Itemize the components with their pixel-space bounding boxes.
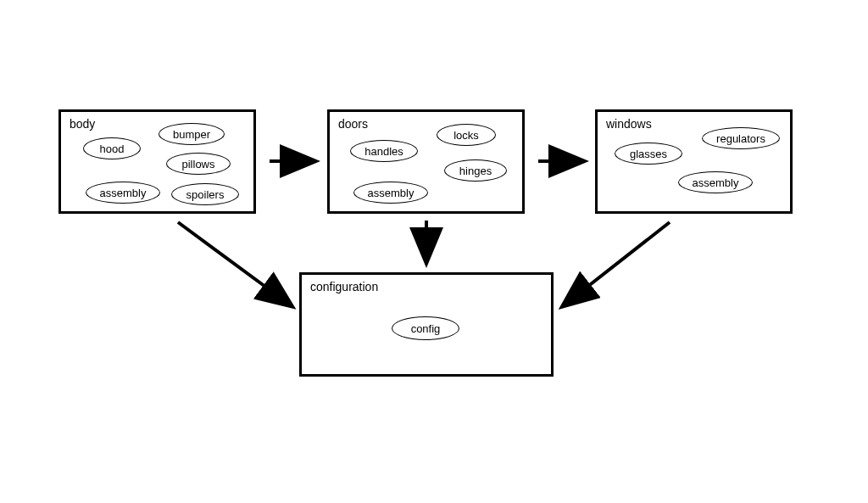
node-body-spoilers: spoilers — [171, 183, 239, 205]
box-windows-title: windows — [606, 117, 652, 131]
inner-connectors — [0, 0, 868, 503]
node-doors-handles: handles — [350, 140, 418, 162]
svg-line-13 — [178, 222, 291, 305]
node-doors-assembly: assembly — [353, 182, 428, 204]
node-doors-hinges: hinges — [444, 159, 507, 182]
node-body-bumper: bumper — [159, 123, 225, 145]
svg-line-14 — [564, 222, 670, 305]
node-body-assembly: assembly — [86, 182, 160, 204]
node-windows-assembly: assembly — [678, 171, 753, 193]
arrow-connectors — [0, 0, 868, 503]
node-windows-glasses: glasses — [615, 143, 682, 165]
box-doors-title: doors — [338, 117, 368, 131]
node-body-pillows: pillows — [166, 153, 231, 175]
node-doors-locks: locks — [437, 124, 496, 146]
box-configuration-title: configuration — [310, 280, 378, 293]
box-body-title: body — [70, 117, 95, 131]
node-body-hood: hood — [83, 137, 141, 159]
node-configuration-config: config — [392, 316, 459, 340]
node-windows-regulators: regulators — [702, 127, 780, 149]
